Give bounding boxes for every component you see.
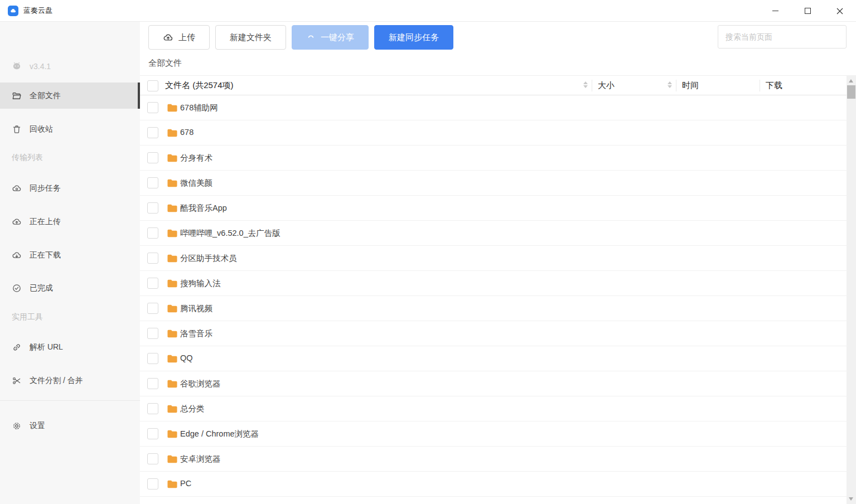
scissors-icon — [12, 376, 22, 386]
quick-share-button[interactable]: 一键分享 — [292, 25, 369, 50]
row-checkbox[interactable] — [147, 202, 158, 214]
scrollbar-thumb[interactable] — [847, 85, 855, 99]
upload-button-label: 上传 — [178, 32, 195, 43]
row-checkbox[interactable] — [147, 453, 158, 464]
sidebar-item-uploading[interactable]: 正在上传 — [0, 209, 140, 235]
new-folder-button-label: 新建文件夹 — [230, 32, 272, 43]
folder-icon — [167, 254, 177, 263]
table-row[interactable]: 搜狗输入法 — [140, 271, 847, 296]
file-name[interactable]: QQ — [180, 353, 193, 362]
row-checkbox[interactable] — [147, 278, 158, 289]
maximize-button[interactable] — [791, 0, 824, 22]
file-name[interactable]: 洛雪音乐 — [180, 328, 212, 339]
file-name[interactable]: 酷我音乐App — [180, 203, 227, 214]
file-name[interactable]: 安卓浏览器 — [180, 454, 221, 464]
close-button[interactable] — [824, 0, 856, 22]
new-folder-button[interactable]: 新建文件夹 — [215, 25, 286, 50]
table-row[interactable]: 678辅助网 — [140, 95, 847, 120]
file-name[interactable]: 搜狗输入法 — [180, 278, 221, 289]
table-row[interactable]: 安卓浏览器 — [140, 447, 847, 472]
column-header-filename[interactable]: 文件名 (共2574项) — [165, 80, 234, 91]
window-controls — [759, 0, 856, 22]
row-checkbox[interactable] — [147, 378, 158, 389]
table-row[interactable]: 酷我音乐App — [140, 196, 847, 221]
file-name[interactable]: 678 — [180, 128, 194, 137]
file-name[interactable]: 哔哩哔哩_v6.52.0_去广告版 — [180, 228, 281, 239]
file-name[interactable]: 腾讯视频 — [180, 303, 212, 314]
table-row[interactable]: 腾讯视频 — [140, 296, 847, 321]
sidebar-item-all-files[interactable]: 全部文件 — [0, 83, 140, 109]
file-name[interactable]: 总分类 — [180, 404, 205, 414]
row-checkbox[interactable] — [147, 127, 158, 138]
column-header-download[interactable]: 下载 — [766, 80, 782, 91]
sidebar-section-tools: 实用工具 — [0, 305, 140, 329]
table-row[interactable]: PC — [140, 472, 847, 497]
folder-icon — [167, 129, 177, 137]
folder-icon — [167, 430, 177, 438]
table-row[interactable]: 分身有术 — [140, 146, 847, 171]
table-row[interactable]: Edge / Chrome浏览器 — [140, 421, 847, 447]
column-header-size[interactable]: 大小 — [598, 80, 615, 91]
row-checkbox[interactable] — [147, 478, 158, 490]
new-sync-task-button[interactable]: 新建同步任务 — [374, 25, 453, 50]
table-row[interactable]: 总分类 — [140, 396, 847, 421]
row-checkbox[interactable] — [147, 353, 158, 364]
arc-spinner-icon — [306, 33, 316, 42]
file-name[interactable]: 分区助手技术员 — [180, 253, 237, 264]
sort-filename-icon[interactable] — [583, 81, 588, 88]
toolbar: 上传 新建文件夹 一键分享 新建同步任务 — [148, 25, 453, 50]
table-row[interactable]: 哔哩哔哩_v6.52.0_去广告版 — [140, 221, 847, 246]
sort-size-icon[interactable] — [668, 81, 672, 88]
table-row[interactable]: QQ — [140, 346, 847, 371]
file-name[interactable]: 分身有术 — [180, 153, 212, 163]
file-name[interactable]: 谷歌浏览器 — [180, 379, 221, 389]
row-checkbox[interactable] — [147, 303, 158, 314]
sidebar-item-sync-tasks[interactable]: 同步任务 — [0, 176, 140, 201]
sidebar-item-label: 解析 URL — [30, 342, 63, 352]
sidebar-item-completed[interactable]: 已完成 — [0, 275, 140, 301]
scrollbar[interactable] — [847, 76, 856, 504]
row-checkbox[interactable] — [147, 227, 158, 239]
row-checkbox[interactable] — [147, 428, 158, 439]
new-sync-task-button-label: 新建同步任务 — [389, 32, 439, 43]
table-row[interactable]: 微信美颜 — [140, 171, 847, 196]
table-row[interactable]: 分区助手技术员 — [140, 246, 847, 271]
sidebar-item-downloading[interactable]: 正在下载 — [0, 243, 140, 268]
table-row[interactable]: 谷歌浏览器 — [140, 371, 847, 396]
sidebar-item-label: 全部文件 — [30, 91, 61, 101]
cloud-upload-icon — [12, 217, 22, 227]
column-header-time[interactable]: 时间 — [682, 80, 699, 91]
sidebar-version[interactable]: v3.4.1 — [0, 54, 140, 79]
row-checkbox[interactable] — [147, 177, 158, 188]
search-input[interactable] — [718, 25, 847, 49]
file-name[interactable]: Edge / Chrome浏览器 — [180, 429, 259, 439]
file-name[interactable]: 微信美颜 — [180, 178, 212, 188]
sidebar-item-split-merge[interactable]: 文件分割 / 合并 — [0, 368, 140, 394]
version-label: v3.4.1 — [30, 62, 51, 71]
file-name[interactable]: PC — [180, 479, 191, 488]
app-title: 蓝奏云盘 — [23, 6, 52, 16]
select-all-checkbox[interactable] — [147, 80, 158, 91]
row-checkbox[interactable] — [147, 152, 158, 163]
folder-icon — [167, 455, 177, 463]
folder-icon — [167, 204, 177, 212]
row-checkbox[interactable] — [147, 403, 158, 414]
scroll-down-arrow[interactable] — [849, 497, 853, 501]
table-row[interactable]: 678 — [140, 120, 847, 146]
row-checkbox[interactable] — [147, 253, 158, 264]
sidebar-item-settings[interactable]: 设置 — [0, 413, 140, 439]
row-checkbox[interactable] — [147, 328, 158, 339]
row-checkbox[interactable] — [147, 102, 158, 113]
upload-button[interactable]: 上传 — [148, 25, 210, 50]
sidebar-item-label: 设置 — [30, 421, 45, 431]
sidebar-item-parse-url[interactable]: 解析 URL — [0, 335, 140, 360]
sidebar-item-label: 文件分割 / 合并 — [30, 376, 83, 386]
sidebar-item-recycle-bin[interactable]: 回收站 — [0, 117, 140, 142]
scroll-up-arrow[interactable] — [849, 79, 853, 83]
table-row[interactable]: 洛雪音乐 — [140, 321, 847, 346]
title-bar: 蓝奏云盘 — [0, 0, 856, 22]
minimize-button[interactable] — [759, 0, 791, 22]
sidebar-divider — [0, 400, 140, 401]
file-name[interactable]: 678辅助网 — [180, 103, 218, 113]
sidebar: v3.4.1 全部文件 回收站 传输列表 同步任务 正在上传 — [0, 22, 140, 504]
